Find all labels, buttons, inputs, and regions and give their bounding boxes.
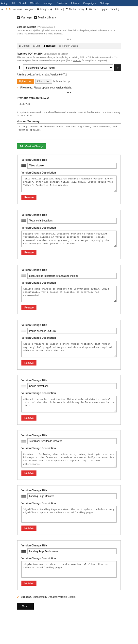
nav-item[interactable]: Settings [100, 2, 109, 5]
section-desc: Documents and zip files uploaded here ar… [17, 29, 121, 35]
check-icon: ✔ [17, 86, 19, 89]
download-icon: ⬇ [17, 64, 22, 71]
upload-file-button[interactable]: Upload File [17, 79, 34, 84]
drag-handle-icon[interactable] [22, 549, 26, 554]
drag-handle-icon[interactable] [22, 439, 26, 444]
drag-handle-icon[interactable] [22, 329, 26, 333]
change-title-label: Version Change Title [22, 158, 116, 161]
prev-version-label: Previous Version: 0.8.7.2 [17, 96, 121, 99]
altering-line: Altering beliefmedia.zip, Version 0.8.7.… [17, 73, 121, 76]
change-title-label: Version Change Title [22, 379, 116, 382]
subnav-stats[interactable]: Stats [54, 8, 59, 10]
subnav-triggers[interactable]: Triggers [99, 8, 108, 10]
change-title-input[interactable] [27, 548, 116, 554]
subnav-shortt[interactable]: Shor.tt [110, 8, 117, 10]
subnav-images[interactable]: Images [40, 8, 49, 10]
change-desc-textarea[interactable]: Simple feature in Yabber to add a Testim… [22, 561, 116, 578]
change-desc-label: Version Change Description [22, 281, 116, 284]
change-desc-label: Version Change Description [22, 392, 116, 394]
nav-item[interactable]: Campaigns [83, 2, 96, 5]
breadcrumb: +Manager +Media Library [17, 16, 121, 19]
change-desc-textarea[interactable]: Significant Landing Page updates. The ne… [22, 506, 116, 522]
change-title-input[interactable] [27, 438, 116, 444]
change-title-label: Version Change Title [22, 213, 116, 216]
drag-handle-icon[interactable] [22, 274, 26, 278]
remove-button[interactable]: Remove [22, 416, 37, 420]
divider [17, 22, 121, 22]
refresh-icon[interactable]: ↻ [9, 8, 11, 10]
file-saved-msg: ✔ File saved. Please update your version… [17, 86, 121, 89]
change-title-input[interactable] [27, 383, 116, 389]
breadcrumb-fragment: ad [2, 8, 4, 10]
tab-replace[interactable]: ◆ Replace [43, 44, 55, 47]
change-desc-label: Version Change Description [22, 226, 116, 229]
drag-handle-icon[interactable] [22, 218, 26, 223]
close-icon[interactable]: ✖ [37, 8, 39, 10]
version-change-card: Version Change TitleVersion Change Descr… [17, 320, 121, 370]
change-desc-textarea[interactable]: Title Modules Updated. Requires Website … [22, 176, 116, 192]
nav-item[interactable]: Manage [43, 2, 52, 5]
drag-handle-icon[interactable] [22, 384, 26, 388]
tab-bar: ▣ Upload ⊞ Edit ◆ Replace ▤ Version Deta… [17, 43, 121, 49]
plus-icon[interactable]: + [17, 16, 20, 19]
subnav-website[interactable]: Website [89, 8, 98, 10]
summary-label: Version Summary [17, 120, 121, 123]
summary-textarea[interactable]: A large number of features added. Variou… [17, 124, 121, 140]
download-icon: ⬇ [85, 8, 87, 10]
change-title-input[interactable] [27, 273, 116, 279]
remove-button[interactable]: Remove [22, 360, 37, 366]
subnav-versions[interactable]: Versions [13, 8, 22, 10]
change-desc-textarea[interactable]: Added a feature to Yabber's phone number… [22, 341, 116, 357]
change-title-label: Version Change Title [22, 268, 116, 271]
change-desc-label: Version Change Description [22, 557, 116, 560]
tab-version-details[interactable]: ▤ Version Details [59, 44, 78, 47]
change-desc-label: Version Change Description [22, 446, 116, 450]
version-change-card: Version Change TitleVersion Change Descr… [17, 430, 121, 480]
stats-icon: ◉ [50, 8, 52, 10]
change-title-input[interactable] [27, 328, 116, 334]
plugin-add-button[interactable]: + [114, 64, 121, 71]
save-button[interactable]: Save [17, 603, 34, 610]
change-desc-label: Version Change Description [22, 171, 116, 174]
plugin-select[interactable]: BeliefMedia Yabber Plugin [23, 64, 113, 71]
check-icon: ✔ [17, 595, 19, 598]
ellipsis-icon: ••• [17, 38, 121, 41]
section-title: Version Details [ Version Archive ] [17, 25, 121, 28]
remove-button[interactable]: Remove [22, 250, 37, 255]
subnav-categories[interactable]: Categories [23, 8, 35, 10]
change-title-label: Version Change Title [22, 489, 116, 492]
replace-desc: This form exists for occasions when you'… [17, 56, 121, 62]
remove-button[interactable]: Remove [22, 195, 37, 200]
remove-button[interactable]: Remove [22, 526, 37, 531]
remove-button[interactable]: Remove [22, 305, 37, 310]
change-title-input[interactable] [27, 218, 116, 224]
plus-icon[interactable]: + [34, 16, 37, 19]
chosen-file-name: beliefmedia.zip [54, 80, 70, 82]
choose-file-button[interactable]: Choose file [35, 79, 52, 84]
tab-upload[interactable]: ▣ Upload [19, 44, 30, 47]
tab-edit[interactable]: ⊞ Edit [33, 44, 40, 47]
nav-item[interactable]: Website [30, 2, 39, 5]
remove-button[interactable]: Remove [22, 580, 37, 586]
change-desc-textarea[interactable]: Updates to following shortcodes: note, n… [22, 451, 116, 468]
nav-item[interactable]: Social [19, 2, 26, 5]
nav-item[interactable]: keting [1, 2, 8, 5]
drag-handle-icon[interactable] [22, 164, 26, 168]
version-change-card: Version Change TitleVersion Change Descr… [17, 210, 121, 259]
nav-item[interactable]: Library [71, 2, 79, 5]
change-desc-textarea[interactable]: Updated the Testimonial Locations featur… [22, 230, 116, 247]
version-change-card: Version Change TitleVersion Change Descr… [17, 265, 121, 314]
nav-item[interactable]: Business [57, 2, 67, 5]
change-title-input[interactable] [27, 163, 116, 168]
change-desc-textarea[interactable]: Altered the cache location for RBA and r… [22, 396, 116, 412]
nav-item[interactable]: Fil [12, 2, 15, 5]
subnav-media-library[interactable]: Media Library [69, 8, 84, 10]
change-title-input[interactable] [27, 493, 116, 499]
edit-icon[interactable]: ✎ [6, 8, 8, 10]
change-desc-textarea[interactable]: Applied some changes to support the Loan… [22, 286, 116, 302]
list-icon: ☰ [66, 8, 68, 10]
add-version-change-button[interactable]: Add Version Change [17, 143, 46, 149]
drag-handle-icon[interactable] [22, 494, 26, 498]
version-change-card: Version Change TitleVersion Change Descr… [17, 154, 121, 204]
remove-button[interactable]: Remove [22, 470, 37, 476]
